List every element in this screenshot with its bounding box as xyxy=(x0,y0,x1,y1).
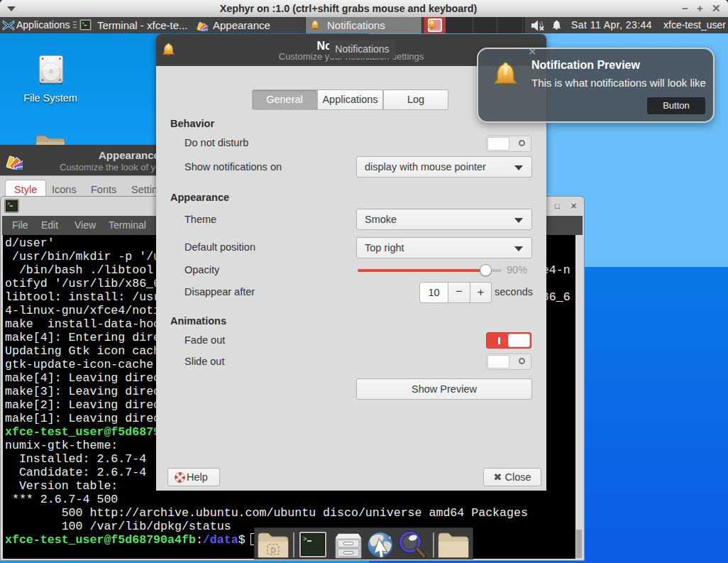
svg-text:>: > xyxy=(82,21,84,26)
svg-text:>: > xyxy=(7,201,10,207)
svg-text:>: > xyxy=(303,536,307,543)
svg-text:D: D xyxy=(271,547,276,554)
